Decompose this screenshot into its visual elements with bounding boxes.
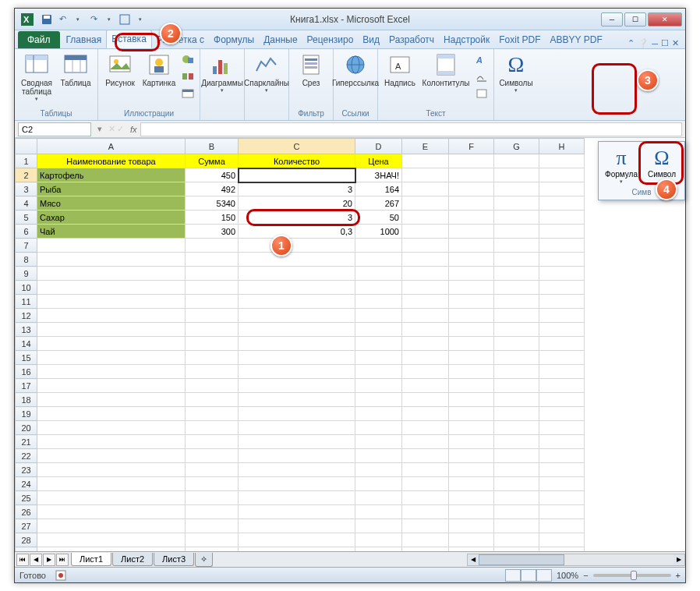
- equation-button[interactable]: π Формула▾: [602, 145, 641, 186]
- cell[interactable]: [449, 225, 494, 239]
- namebox-dropdown-icon[interactable]: ▾: [94, 124, 105, 134]
- cell[interactable]: [539, 211, 585, 225]
- cell[interactable]: 492: [186, 182, 239, 196]
- cell[interactable]: 3: [239, 211, 355, 225]
- cell[interactable]: [186, 421, 239, 435]
- ribbon-tab[interactable]: Данные: [259, 31, 302, 48]
- ribbon-tab[interactable]: Вид: [358, 31, 384, 48]
- cell[interactable]: [449, 196, 494, 211]
- zoom-out-icon[interactable]: −: [583, 571, 588, 580]
- sheet-nav-last-icon[interactable]: ⏭: [56, 554, 69, 566]
- row-header[interactable]: 23: [16, 463, 37, 477]
- qat-customize-icon[interactable]: ▾: [133, 12, 147, 27]
- cell[interactable]: [355, 435, 402, 449]
- ribbon-tab[interactable]: Foxit PDF: [494, 31, 545, 48]
- row-header[interactable]: 26: [16, 505, 37, 519]
- cell[interactable]: [239, 477, 355, 491]
- cell[interactable]: [355, 379, 402, 393]
- sheet-tab[interactable]: Лист2: [112, 553, 153, 566]
- row-header[interactable]: 14: [16, 337, 37, 351]
- header-cell[interactable]: Количество: [239, 154, 355, 168]
- screenshot-icon[interactable]: [180, 86, 196, 101]
- cell[interactable]: [449, 449, 494, 463]
- cell[interactable]: [494, 309, 539, 323]
- cell[interactable]: [449, 421, 494, 435]
- cell[interactable]: [37, 239, 186, 253]
- cell[interactable]: [494, 393, 539, 407]
- cell[interactable]: ЗНАЧ!: [355, 168, 402, 182]
- ribbon-tab[interactable]: Разработч: [384, 31, 439, 48]
- cell[interactable]: [449, 393, 494, 407]
- cell[interactable]: [355, 337, 402, 351]
- hyperlink-button[interactable]: Гиперссылка: [337, 51, 374, 89]
- cell[interactable]: [539, 379, 585, 393]
- cell[interactable]: [37, 449, 186, 463]
- cell[interactable]: [449, 323, 494, 337]
- cell[interactable]: [494, 154, 539, 168]
- cell[interactable]: [539, 519, 585, 533]
- cell[interactable]: [449, 154, 494, 168]
- select-all-button[interactable]: [16, 139, 37, 154]
- worksheet-grid[interactable]: ABCDEFGH1Наименование товараСуммаКоличес…: [15, 138, 685, 551]
- cell[interactable]: [239, 449, 355, 463]
- view-pagelayout-icon[interactable]: [521, 569, 536, 582]
- cell[interactable]: 164: [355, 182, 402, 196]
- cell[interactable]: [37, 379, 186, 393]
- cell[interactable]: [539, 463, 585, 477]
- cell[interactable]: Сахар: [37, 211, 186, 225]
- cell[interactable]: [449, 351, 494, 365]
- row-header[interactable]: 24: [16, 477, 37, 491]
- cell[interactable]: [449, 435, 494, 449]
- cell[interactable]: [402, 379, 449, 393]
- cell[interactable]: [449, 253, 494, 267]
- column-header[interactable]: H: [539, 139, 585, 154]
- cell[interactable]: [186, 365, 239, 379]
- cell[interactable]: [186, 491, 239, 505]
- horizontal-scrollbar[interactable]: ◀ ▶: [467, 554, 685, 566]
- row-header[interactable]: 2: [16, 168, 37, 182]
- column-header[interactable]: C: [239, 139, 355, 154]
- qat-item-icon[interactable]: [118, 12, 132, 27]
- cell[interactable]: [239, 463, 355, 477]
- cell[interactable]: [494, 182, 539, 196]
- row-header[interactable]: 3: [16, 182, 37, 196]
- cell[interactable]: [239, 505, 355, 519]
- column-header[interactable]: F: [449, 139, 494, 154]
- cell[interactable]: 0,3: [239, 225, 355, 239]
- cell[interactable]: [494, 435, 539, 449]
- header-cell[interactable]: Сумма: [186, 154, 239, 168]
- cell[interactable]: [494, 253, 539, 267]
- row-header[interactable]: 7: [16, 239, 37, 253]
- cell[interactable]: [449, 309, 494, 323]
- cell[interactable]: [449, 295, 494, 309]
- cell[interactable]: [37, 519, 186, 533]
- cell[interactable]: Рыба: [37, 182, 186, 196]
- cell[interactable]: [37, 505, 186, 519]
- cell[interactable]: [449, 337, 494, 351]
- minimize-button[interactable]: ─: [601, 12, 623, 27]
- cell[interactable]: [494, 337, 539, 351]
- cell[interactable]: 1000: [355, 225, 402, 239]
- cell[interactable]: [402, 393, 449, 407]
- cell[interactable]: [539, 168, 585, 182]
- cell[interactable]: [37, 337, 186, 351]
- cell[interactable]: [402, 407, 449, 421]
- row-header[interactable]: 16: [16, 365, 37, 379]
- save-icon[interactable]: [40, 12, 54, 27]
- cell[interactable]: [539, 421, 585, 435]
- cell[interactable]: [402, 309, 449, 323]
- ribbon-tab[interactable]: ABBYY PDF: [546, 31, 607, 48]
- cell[interactable]: [186, 281, 239, 295]
- cell[interactable]: [402, 267, 449, 281]
- cell[interactable]: [539, 253, 585, 267]
- cell[interactable]: [494, 463, 539, 477]
- cell[interactable]: [355, 323, 402, 337]
- cell[interactable]: [449, 267, 494, 281]
- cell[interactable]: [239, 421, 355, 435]
- cell[interactable]: [355, 407, 402, 421]
- doc-close-icon[interactable]: ✕: [672, 38, 679, 48]
- cell[interactable]: [449, 463, 494, 477]
- cell[interactable]: [239, 407, 355, 421]
- cell[interactable]: [449, 533, 494, 547]
- cell[interactable]: [239, 168, 355, 182]
